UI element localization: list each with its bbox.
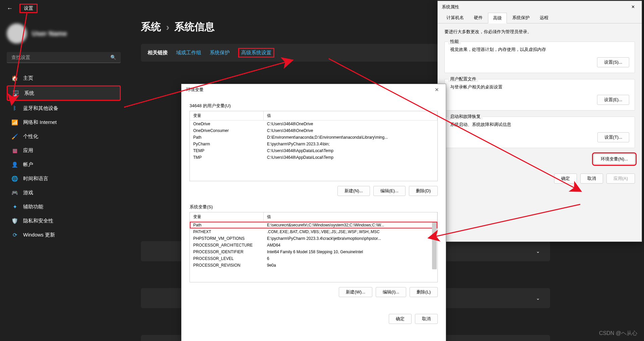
cancel-button[interactable]: 取消	[415, 314, 438, 324]
section-settings-button[interactable]: 设置(T)...	[597, 132, 629, 142]
sidebar-item-1[interactable]: 🖥️系统	[7, 85, 121, 101]
var-name: TEMP	[190, 147, 264, 154]
nav-icon: ᛒ	[11, 105, 18, 112]
sidebar-item-10[interactable]: 🛡️隐私和安全性	[7, 214, 121, 227]
table-row[interactable]: PROCESSOR_LEVEL6	[190, 255, 437, 262]
search-icon: 🔍	[110, 55, 116, 60]
var-value: D:\Environment\anaconda;D:\Environment\a…	[264, 134, 437, 141]
nav-label: 游戏	[23, 190, 33, 196]
section-text: 与登录帐户相关的桌面设置	[450, 84, 629, 90]
sidebar-item-3[interactable]: 📶网络和 Internet	[7, 116, 121, 129]
section-1: 用户配置文件 与登录帐户相关的桌面设置 设置(E)...	[444, 79, 635, 111]
nav-label: 个性化	[23, 133, 38, 140]
link-domain[interactable]: 域或工作组	[176, 50, 201, 56]
table-row[interactable]: PyCharmE:\pycharm\PyCharm 2023.3.4\bin;	[190, 141, 437, 147]
env-titlebar: 环境变量 ✕	[181, 84, 446, 95]
nav-icon: 🎮	[11, 189, 18, 196]
search-input[interactable]	[11, 55, 110, 60]
tab-4[interactable]: 远程	[535, 13, 553, 23]
link-advanced-settings[interactable]: 高级系统设置	[238, 48, 274, 58]
related-label: 相关链接	[148, 50, 168, 56]
nav-label: 辅助功能	[23, 204, 43, 210]
table-row[interactable]: TEMPC:\Users\34648\AppData\Local\Temp	[190, 147, 437, 154]
cancel-button[interactable]: 取消	[580, 174, 603, 184]
sidebar-item-7[interactable]: 🌐时间和语言	[7, 172, 121, 185]
tab-1[interactable]: 硬件	[469, 13, 487, 23]
back-arrow-icon[interactable]: ←	[7, 5, 13, 12]
nav-label: 系统	[24, 90, 34, 96]
tab-0[interactable]: 计算机名	[442, 13, 469, 23]
close-icon[interactable]: ✕	[433, 87, 441, 93]
delete-sys-var-button[interactable]: 删除(L)	[410, 287, 438, 297]
section-title: 用户配置文件	[448, 76, 478, 82]
table-row[interactable]: PathD:\Environment\anaconda;D:\Environme…	[190, 134, 437, 141]
user-vars-table[interactable]: 变量 值 OneDriveC:\Users\34648\OneDriveOneD…	[190, 111, 438, 181]
table-row[interactable]: OneDriveConsumerC:\Users\34648\OneDrive	[190, 127, 437, 134]
var-value: 6	[264, 255, 437, 262]
var-value: C:\Users\34648\AppData\Local\Temp	[264, 147, 437, 154]
sidebar: User Name 🔍 🏠主页🖥️系统ᛒ蓝牙和其他设备📶网络和 Internet…	[0, 20, 127, 245]
sysprops-body: 要进行大多数更改，你必须作为管理员登录。 性能 视觉效果，处理器计划，内存使用，…	[438, 23, 642, 169]
section-settings-button[interactable]: 设置(E)...	[597, 95, 629, 105]
table-row[interactable]: PathE:\securecrt&securefx\;C:\Windows\sy…	[190, 222, 437, 228]
table-header: 变量 值	[190, 111, 437, 121]
section-title: 性能	[448, 39, 461, 45]
table-row[interactable]: PROCESSOR_REVISION9e0a	[190, 262, 437, 269]
nav-icon: 👤	[11, 161, 18, 168]
nav-label: 隐私和安全性	[23, 218, 53, 224]
nav-label: 时间和语言	[23, 176, 48, 182]
col-variable[interactable]: 变量	[190, 111, 264, 120]
ok-button[interactable]: 确定	[554, 174, 577, 184]
table-row[interactable]: PROCESSOR_ARCHITECTUREAMD64	[190, 242, 437, 249]
var-value: 9e0a	[264, 262, 437, 269]
search-box[interactable]: 🔍	[7, 52, 121, 63]
sidebar-item-0[interactable]: 🏠主页	[7, 71, 121, 85]
table-row[interactable]: PATHEXT.COM;.EXE;.BAT;.CMD;.VBS;.VBE;.JS…	[190, 228, 437, 235]
sidebar-item-2[interactable]: ᛒ蓝牙和其他设备	[7, 101, 121, 115]
link-sysprotect[interactable]: 系统保护	[210, 50, 230, 56]
sysprops-note: 要进行大多数更改，你必须作为管理员登录。	[444, 29, 635, 35]
avatar	[7, 23, 27, 44]
table-row[interactable]: TMPC:\Users\34648\AppData\Local\Temp	[190, 154, 437, 161]
delete-user-var-button[interactable]: 删除(D)	[409, 186, 438, 196]
breadcrumb-sep-icon: ›	[166, 21, 169, 33]
col-value[interactable]: 值	[264, 212, 437, 221]
scrollbar-thumb[interactable]	[432, 222, 437, 269]
sidebar-item-4[interactable]: 🖌️个性化	[7, 130, 121, 143]
var-name: PROCESSOR_ARCHITECTURE	[190, 242, 264, 249]
env-vars-button[interactable]: 环境变量(N)...	[594, 154, 635, 164]
section-text: 系统启动、系统故障和调试信息	[450, 122, 629, 128]
section-settings-button[interactable]: 设置(S)...	[597, 57, 629, 67]
user-vars-buttons: 新建(N)... 编辑(E)... 删除(D)	[190, 186, 438, 196]
table-row[interactable]: PROCESSOR_IDENTIFIERIntel64 Family 6 Mod…	[190, 249, 437, 255]
sidebar-item-11[interactable]: ⟳Windows 更新	[7, 228, 121, 242]
tab-3[interactable]: 系统保护	[507, 13, 534, 23]
apply-button[interactable]: 应用(A)	[606, 174, 635, 184]
breadcrumb-sysinfo: 系统信息	[174, 20, 215, 34]
table-row[interactable]: OneDriveC:\Users\34648\OneDrive	[190, 121, 437, 127]
table-row[interactable]: PHPSTORM_VM_OPTIONSE:\pycharm\PyCharm 20…	[190, 235, 437, 242]
var-value: E:\securecrt&securefx\;C:\Windows\system…	[264, 222, 437, 228]
tab-2[interactable]: 高级	[488, 13, 507, 23]
edit-sys-var-button[interactable]: 编辑(I)...	[376, 287, 406, 297]
col-value[interactable]: 值	[264, 111, 437, 120]
section-text: 视觉效果，处理器计划，内存使用，以及虚拟内存	[450, 47, 629, 53]
sidebar-item-8[interactable]: 🎮游戏	[7, 186, 121, 199]
sidebar-item-6[interactable]: 👤帐户	[7, 158, 121, 171]
new-user-var-button[interactable]: 新建(N)...	[337, 186, 370, 196]
sysprops-footer: 确定 取消 应用(A)	[438, 169, 642, 188]
var-name: Path	[190, 134, 264, 141]
close-icon[interactable]: ✕	[629, 4, 638, 10]
col-variable[interactable]: 变量	[190, 212, 264, 221]
table-header: 变量 值	[190, 212, 437, 222]
new-sys-var-button[interactable]: 新建(W)...	[339, 287, 372, 297]
user-block[interactable]: User Name	[7, 23, 121, 44]
edit-user-var-button[interactable]: 编辑(E)...	[373, 186, 406, 196]
ok-button[interactable]: 确定	[389, 314, 412, 324]
var-value: C:\Users\34648\OneDrive	[264, 127, 437, 134]
sidebar-item-5[interactable]: ▦应用	[7, 144, 121, 157]
breadcrumb-system[interactable]: 系统	[141, 20, 161, 34]
section-title: 启动和故障恢复	[448, 114, 483, 120]
sys-vars-table[interactable]: 变量 值 PathE:\securecrt&securefx\;C:\Windo…	[190, 212, 438, 282]
sidebar-item-9[interactable]: ✦辅助功能	[7, 200, 121, 213]
